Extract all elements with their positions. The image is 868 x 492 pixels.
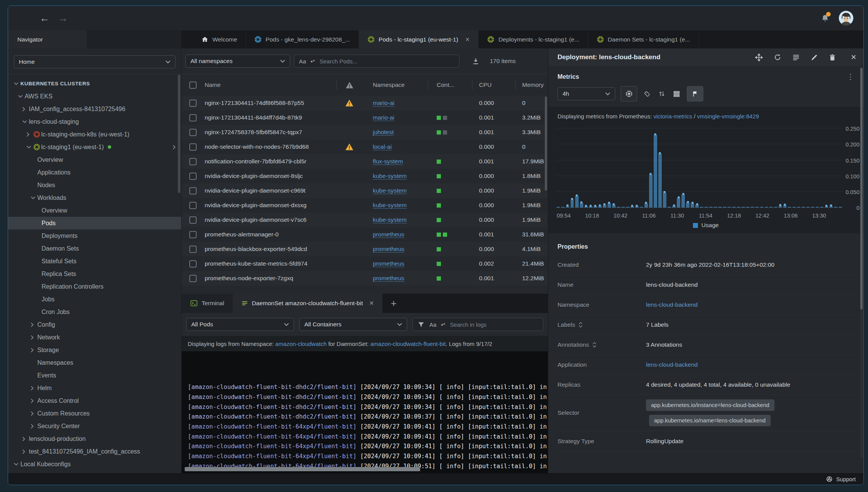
chevron-down-icon[interactable] <box>14 82 20 85</box>
namespace-link[interactable]: kube-system <box>373 173 407 180</box>
table-row[interactable]: nginx-1721304411-84d4ff7d4b-87tk9mario-a… <box>182 110 548 125</box>
filter-funnel-icon[interactable] <box>417 321 425 328</box>
sidebar-item-overview[interactable]: Overview <box>8 153 181 166</box>
chevron-right-icon[interactable] <box>27 132 33 137</box>
namespace-link[interactable]: prometheus <box>373 260 404 267</box>
table-row[interactable]: nvidia-device-plugin-daemonset-c969tkube… <box>182 183 548 198</box>
sidebar-item-kubernetes-clusters[interactable]: KUBERNETES CLUSTERS <box>8 77 181 90</box>
table-row[interactable]: prometheus-kube-state-metrics-5fd974prom… <box>182 256 548 271</box>
column-memory[interactable]: Memory <box>515 74 548 96</box>
tab-daemonset-logs[interactable]: DaemonSet amazon-cloudwatch-fluent-bit ✕ <box>233 294 383 313</box>
selector-chip[interactable]: app.kubernetes.io/name=lens-cloud-backen… <box>649 415 771 426</box>
horizontal-scrollbar[interactable] <box>185 467 420 471</box>
sidebar-item-custom-resources[interactable]: Custom Resources <box>8 407 181 420</box>
sidebar-item-aws-eks[interactable]: AWS EKS <box>8 90 181 103</box>
namespace-select[interactable]: All namespaces <box>185 55 290 68</box>
new-dock-tab-button[interactable]: + <box>382 294 405 313</box>
tab-pods-gke-lens-dev-298208[interactable]: Pods - gke_lens-dev-298208_... <box>246 30 359 48</box>
sidebar-scrollbar[interactable] <box>178 75 180 193</box>
sidebar-item-security-center[interactable]: Security Center <box>8 420 181 432</box>
sidebar-item-lc-staging1-eu-west-1[interactable]: lc-staging1 (eu-west-1) <box>8 141 181 153</box>
sidebar-item-helm[interactable]: Helm <box>8 382 181 394</box>
namespace-link[interactable]: prometheus <box>373 231 404 238</box>
log-output[interactable]: [amazon-cloudwatch-fluent-bit-dhdc2/flue… <box>182 351 548 473</box>
sidebar-item-overview[interactable]: Overview <box>8 204 181 217</box>
regex-icon[interactable]: ▪* <box>310 58 315 65</box>
table-row[interactable]: prometheus-alertmanager-0prometheus0.001… <box>182 227 548 242</box>
column-namespace[interactable]: Namespace <box>362 74 428 96</box>
column-containers[interactable]: Cont... <box>428 74 472 96</box>
pods-search-input[interactable]: Aa ▪* Search Pods... <box>294 55 459 68</box>
chevron-down-icon[interactable] <box>22 120 29 123</box>
sidebar-item-events[interactable]: Events <box>8 369 181 382</box>
sidebar-item-pods[interactable]: Pods <box>8 217 181 229</box>
notifications-bell-icon[interactable] <box>821 14 830 23</box>
daemonset-link[interactable]: amazon-cloudwatch-fluent-bit <box>370 341 446 347</box>
chevron-right-icon[interactable] <box>22 449 29 454</box>
home-select[interactable]: Home <box>14 55 175 68</box>
chevron-down-icon[interactable] <box>14 463 20 466</box>
sidebar-item-config[interactable]: Config <box>8 318 181 331</box>
flag-button[interactable] <box>687 86 703 101</box>
chevron-right-icon[interactable] <box>31 424 37 429</box>
sidebar-item-network[interactable]: Network <box>8 331 181 344</box>
chevron-right-icon[interactable] <box>31 399 37 403</box>
row-checkbox[interactable] <box>189 158 197 165</box>
tab-deployments-lc-staging1-e[interactable]: Deployments - lc-staging1 (e... <box>479 30 588 48</box>
column-warning[interactable] <box>336 74 362 96</box>
tab-close-icon[interactable]: ✕ <box>465 36 470 43</box>
sidebar-item-access-control[interactable]: Access Control <box>8 394 181 407</box>
sidebar-item-applications[interactable]: Applications <box>8 166 181 179</box>
close-icon[interactable]: ✕ <box>369 300 374 307</box>
chevron-right-icon[interactable] <box>31 348 37 352</box>
namespace-link[interactable]: kube-system <box>373 202 407 209</box>
namespace-link[interactable]: flux-system <box>373 158 403 165</box>
namespace-link[interactable]: prometheus <box>373 246 404 253</box>
table-row[interactable]: node-selector-with-no-nodes-767b9d68loca… <box>182 140 548 154</box>
kebab-menu-icon[interactable]: ⋮ <box>847 72 854 81</box>
menu-lines-icon[interactable] <box>792 53 800 61</box>
table-row[interactable]: nginx-1721304411-74df86f588-87p55mario-a… <box>182 96 548 110</box>
column-name[interactable]: Name <box>205 74 336 96</box>
namespace-link[interactable]: mario-ai <box>373 114 394 121</box>
tab-navigator[interactable]: Navigator <box>8 30 87 48</box>
chevron-right-icon[interactable] <box>31 335 37 340</box>
sidebar-item-workloads[interactable]: Workloads <box>8 191 181 204</box>
sidebar-item-deployments[interactable]: Deployments <box>8 229 181 242</box>
tab-pods-lc-staging1-eu-west-1[interactable]: Pods - lc-staging1 (eu-west-1)✕ <box>359 30 479 48</box>
sidebar-item-stateful-sets[interactable]: Stateful Sets <box>8 255 181 268</box>
sidebar-item-cron-jobs[interactable]: Cron Jobs <box>8 306 181 318</box>
row-checkbox[interactable] <box>189 143 197 151</box>
table-row[interactable]: nvidia-device-plugin-daemonset-dxsxgkube… <box>182 198 548 213</box>
chevron-right-icon[interactable] <box>31 386 37 391</box>
row-checkbox[interactable] <box>189 216 197 224</box>
sidebar-item-local-kubeconfigs[interactable]: Local Kubeconfigs <box>8 458 181 470</box>
edit-pencil-icon[interactable] <box>811 54 818 61</box>
regex-icon[interactable]: ▪* <box>441 321 445 328</box>
property-value-link[interactable]: lens-cloud-backend <box>646 361 854 368</box>
namespace-link[interactable]: kube-system <box>373 216 407 223</box>
namespace-link[interactable]: kube-system <box>373 187 407 194</box>
forward-button[interactable]: → <box>58 12 68 24</box>
pods-filter-select[interactable]: All Pods <box>186 318 294 331</box>
chevron-right-icon[interactable] <box>22 107 29 111</box>
select-all-checkbox[interactable] <box>189 81 197 89</box>
chevron-down-icon[interactable] <box>31 196 37 199</box>
table-row[interactable]: nvidia-device-plugin-daemonset-8sljckube… <box>182 169 548 183</box>
logs-search-input[interactable]: Aa ▪* Search in logs <box>412 318 543 331</box>
metrics-range-select[interactable]: 4h <box>558 87 615 100</box>
tab-daemon-sets-lc-staging1-e[interactable]: Daemon Sets - lc-staging1 (e... <box>588 30 699 48</box>
drawer-scrollbar[interactable] <box>860 68 863 458</box>
chevron-down-icon[interactable] <box>18 95 25 98</box>
sidebar-item-test-841310725496-iam-config-access[interactable]: test_841310725496_IAM_config_access <box>8 445 181 458</box>
sidebar-item-lc-staging-demo-k8s-eu-west-1[interactable]: lc-staging-demo-k8s (eu-west-1) <box>8 128 181 141</box>
row-checkbox[interactable] <box>189 187 197 194</box>
sidebar-item-replication-controllers[interactable]: Replication Controllers <box>8 280 181 293</box>
namespace-link[interactable]: prometheus <box>373 275 404 282</box>
chevron-right-icon[interactable] <box>31 322 37 327</box>
download-icon[interactable] <box>472 57 480 65</box>
sidebar-item-lens-cloud-staging[interactable]: lens-cloud-staging <box>8 115 181 128</box>
sort-toggle-icon[interactable] <box>578 322 583 328</box>
tab-welcome[interactable]: Welcome <box>193 30 246 48</box>
match-case-icon[interactable]: Aa <box>299 58 306 65</box>
